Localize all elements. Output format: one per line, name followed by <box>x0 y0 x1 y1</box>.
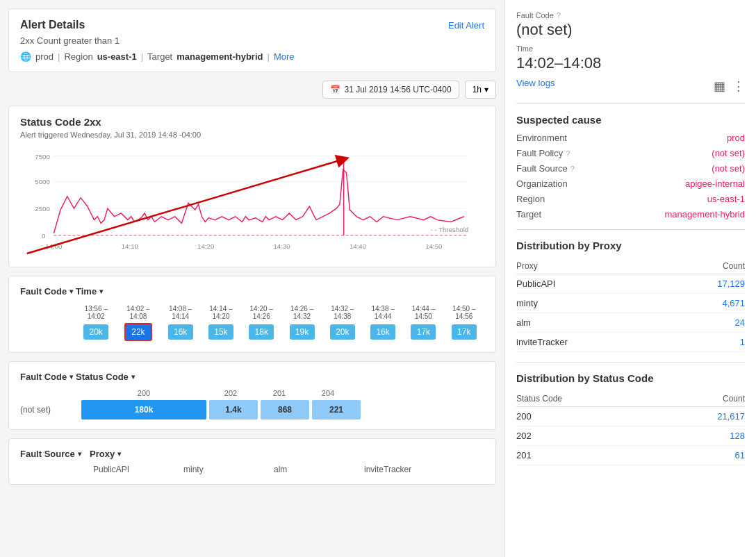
fault-code-col-header2[interactable]: Fault Code ▾ <box>20 372 76 382</box>
time-col-header-cell: 14:08 – 14:14 <box>161 304 201 322</box>
time-col-header[interactable]: Time ▾ <box>76 286 103 297</box>
time-cell[interactable]: 20k <box>76 322 116 342</box>
status-col-label: 202 <box>206 389 255 397</box>
dist-proxy-row: alm24 <box>516 313 745 333</box>
time-header-row: 13:56 – 14:0214:02 – 14:0814:08 – 14:141… <box>20 304 484 322</box>
divider1 <box>516 103 745 104</box>
fault-time-header: Fault Code ▾ Time ▾ <box>20 286 484 297</box>
bar-segment: 221 <box>312 400 361 419</box>
dist-status-row: 20161 <box>516 446 745 465</box>
time-cell-value: 20k <box>83 324 108 340</box>
proxy-count: 17,129 <box>665 274 745 294</box>
icon-group: ▦ ⋮ <box>714 78 745 94</box>
fault-source-col-header[interactable]: Fault Source ▾ <box>20 449 90 459</box>
date-picker-button[interactable]: 📅 31 Jul 2019 14:56 UTC-0400 <box>322 81 459 99</box>
bar-segment: 868 <box>261 400 309 419</box>
info-key: Region <box>516 194 545 204</box>
time-cell[interactable]: 16k <box>161 322 201 342</box>
duration-value: 1h <box>472 85 482 94</box>
dist-status-table: Status Code Count 20021,61720212820161 <box>516 391 745 465</box>
time-cell[interactable]: 19k <box>281 322 322 342</box>
status-code-table-card: Fault Code ▾ Status Code ▾ 200202201204(… <box>8 361 496 430</box>
status-code-arrow: ▾ <box>131 373 135 381</box>
time-cell-value: 16k <box>370 324 395 340</box>
svg-text:14:20: 14:20 <box>197 242 214 250</box>
selected-time-cell: 22k <box>124 323 151 341</box>
dist-status-row: 20021,617 <box>516 407 745 426</box>
status-code-name: 201 <box>516 446 659 465</box>
time-cell[interactable]: 17k <box>403 322 443 342</box>
more-link[interactable]: More <box>274 51 295 62</box>
alert-subtitle: 2xx Count greater than 1 <box>20 35 484 46</box>
time-cell[interactable]: 15k <box>201 322 241 342</box>
duration-button[interactable]: 1h ▾ <box>465 81 496 99</box>
svg-text:2500: 2500 <box>35 205 50 213</box>
status-code-count: 61 <box>659 446 745 465</box>
time-cell-value: 20k <box>330 324 355 340</box>
time-cell-value: 18k <box>249 324 274 340</box>
target-value: management-hybrid <box>176 51 263 62</box>
row-label-2 <box>20 322 76 342</box>
right-panel-header-row: View logs ▦ ⋮ <box>516 78 745 94</box>
info-row: Fault Policy?(not set) <box>516 148 745 158</box>
svg-text:14:30: 14:30 <box>273 242 290 250</box>
proxy-name: inviteTracker <box>516 333 665 352</box>
svg-text:7500: 7500 <box>35 153 50 160</box>
dist-proxy-row: PublicAPI17,129 <box>516 274 745 294</box>
proxy-col-th: Proxy <box>516 258 665 274</box>
proxy-cols-header: PublicAPImintyalminviteTracker <box>93 465 484 474</box>
fault-code-value: (not set) <box>516 21 745 39</box>
chart-svg: 7500 5000 2500 0 - - Threshold 14:00 14 <box>20 146 484 257</box>
status-code-col-header[interactable]: Status Code ▾ <box>76 372 135 382</box>
target-label: Target <box>147 51 172 62</box>
time-cell-value: 15k <box>208 324 233 340</box>
fault-code-col-header[interactable]: Fault Code ▾ <box>20 286 76 297</box>
dist-proxy-title: Distribution by Proxy <box>516 240 745 251</box>
calendar-icon: 📅 <box>330 85 340 94</box>
chart-title: Status Code 2xx <box>20 116 484 128</box>
proxy-name: minty <box>516 294 665 313</box>
fault-source-arrow: ▾ <box>78 450 81 458</box>
info-key: Organization <box>516 178 568 189</box>
time-cell[interactable]: 17k <box>444 322 484 342</box>
info-val: (not set) <box>712 148 745 158</box>
time-col-header-cell: 14:02 – 14:08 <box>116 304 160 322</box>
view-logs-link[interactable]: View logs <box>516 78 554 88</box>
time-cell[interactable]: 16k <box>363 322 403 342</box>
time-cell[interactable]: 20k <box>322 322 363 342</box>
status-code-name: 200 <box>516 407 659 426</box>
status-col-label: 204 <box>304 389 352 397</box>
proxy-count: 1 <box>665 333 745 352</box>
time-col-header-cell: 14:38 – 14:44 <box>363 304 403 322</box>
dist-proxy-table: Proxy Count PublicAPI17,129minty4,671alm… <box>516 258 745 352</box>
alert-details-title: Alert Details <box>20 19 85 31</box>
time-cell[interactable]: 18k <box>241 322 281 342</box>
svg-text:- - Threshold: - - Threshold <box>431 226 469 233</box>
bar-chart-icon[interactable]: ▦ <box>714 78 725 94</box>
info-row: Fault Source?(not set) <box>516 163 745 174</box>
proxy-col-name: PublicAPI <box>93 465 149 474</box>
fault-code-label: Fault Code ? <box>516 11 745 19</box>
info-val: us-east-1 <box>707 194 745 204</box>
edit-alert-link[interactable]: Edit Alert <box>448 20 484 31</box>
divider2 <box>516 229 745 230</box>
time-value: 14:02–14:08 <box>516 54 745 72</box>
time-col-header-cell: 14:14 – 14:20 <box>201 304 241 322</box>
more-vert-icon[interactable]: ⋮ <box>732 78 745 94</box>
proxy-arrow: ▾ <box>117 450 121 458</box>
fault-code2-arrow: ▾ <box>69 373 73 381</box>
info-val: (not set) <box>712 163 745 174</box>
status-col-headers: 200202201204 <box>81 389 484 397</box>
dist-status-row: 202128 <box>516 426 745 446</box>
alert-details-card: Alert Details Edit Alert 2xx Count great… <box>8 8 496 72</box>
time-label: Time <box>516 44 745 53</box>
proxy-col-header[interactable]: Proxy ▾ <box>90 449 121 459</box>
time-cell-value: 17k <box>452 324 477 340</box>
status-code-count: 21,617 <box>659 407 745 426</box>
time-cell[interactable]: 22k <box>116 322 160 342</box>
proxy-count: 4,671 <box>665 294 745 313</box>
time-col-header-cell: 14:44 – 14:50 <box>403 304 443 322</box>
time-col-header-cell: 13:56 – 14:02 <box>76 304 116 322</box>
proxy-table-header: Fault Source ▾ Proxy ▾ <box>20 449 484 459</box>
region-label: Region <box>64 51 92 62</box>
